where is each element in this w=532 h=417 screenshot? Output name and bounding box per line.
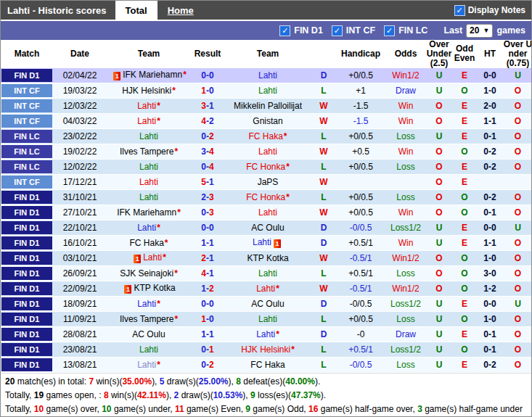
handicap-value: +0.5/1 bbox=[348, 268, 373, 278]
team-link[interactable]: AC Oulu bbox=[251, 299, 284, 309]
team-link[interactable]: Lahti bbox=[137, 101, 156, 111]
team-link[interactable]: Lahti bbox=[139, 344, 158, 355]
team-link[interactable]: Lahti bbox=[253, 237, 271, 247]
team-link[interactable]: Ilves Tampere bbox=[120, 314, 173, 324]
over-under-075-mark: O bbox=[515, 329, 521, 339]
over-under-075-mark: U bbox=[515, 223, 521, 233]
ht-score: 2-0 bbox=[483, 101, 496, 111]
team-link[interactable]: Lahti bbox=[258, 268, 277, 278]
team-link[interactable]: FC Haka bbox=[129, 238, 163, 248]
team-link[interactable]: Lahti bbox=[137, 223, 156, 233]
team-link[interactable]: Gnistan bbox=[253, 116, 282, 126]
summary-segment: 16 bbox=[308, 404, 318, 414]
team-link[interactable]: IFK Mariehamn bbox=[123, 70, 182, 80]
team-link[interactable]: JaPS bbox=[258, 177, 279, 187]
team-link[interactable]: Lahti bbox=[258, 207, 277, 218]
score-cell: 1-1 bbox=[191, 235, 224, 250]
home-score: 0 bbox=[201, 360, 206, 370]
summary-segment: 10 bbox=[102, 404, 111, 414]
table-row: INT CF 04/03/22 Lahti* 4-2 Gnistan W -1.… bbox=[1, 113, 532, 128]
team-link[interactable]: Ilves Tampere bbox=[120, 146, 173, 157]
summary-segment: win(s)( bbox=[94, 376, 122, 387]
tab-home[interactable]: Home bbox=[157, 1, 204, 20]
int-cf-checkbox[interactable]: ✓ bbox=[332, 25, 343, 36]
team-link[interactable]: AC Oulu bbox=[132, 329, 165, 339]
team-link[interactable]: Lahti bbox=[256, 284, 275, 294]
display-notes-checkbox[interactable]: ✓ bbox=[454, 5, 465, 16]
handicap-value: -1.5 bbox=[353, 116, 369, 126]
summary-segment: game(s) Odd, bbox=[250, 404, 308, 414]
fin-d1-checkbox[interactable]: ✓ bbox=[279, 25, 290, 36]
odd-even-cell: E bbox=[452, 357, 477, 372]
ht-score: 1-2 bbox=[483, 284, 496, 294]
team-link[interactable]: FC Haka bbox=[248, 131, 282, 141]
result-letter-cell: L bbox=[311, 357, 336, 372]
away-team-cell: Lahti bbox=[224, 83, 311, 98]
team-link[interactable]: Lahti bbox=[143, 252, 162, 263]
team-link[interactable]: Lahti bbox=[256, 329, 275, 339]
team-link[interactable]: Lahti bbox=[258, 70, 277, 80]
team-link[interactable]: SJK Seinajoki bbox=[120, 268, 173, 278]
team-link[interactable]: FC Honka bbox=[246, 192, 285, 202]
date-label: 19/03/22 bbox=[63, 86, 97, 96]
home-marker-asterisk: * bbox=[286, 162, 290, 172]
summary-segment: draw(s)( bbox=[179, 390, 213, 400]
team-link[interactable]: AC Oulu bbox=[251, 223, 284, 233]
odds-cell: Loss bbox=[385, 311, 426, 326]
team-link[interactable]: Lahti bbox=[258, 314, 277, 324]
odd-even-mark: O bbox=[461, 146, 467, 157]
team-link[interactable]: KTP Kotka bbox=[247, 253, 288, 263]
league-label: FIN D1 bbox=[1, 297, 52, 310]
result-letter-cell: W bbox=[311, 144, 336, 159]
team-link[interactable]: HJK Helsinki bbox=[241, 344, 290, 355]
team-link[interactable]: FC Haka bbox=[250, 360, 285, 370]
team-link[interactable]: KTP Kotka bbox=[134, 283, 175, 293]
home-team-cell: Lahti bbox=[107, 342, 191, 357]
result-letter-cell: L bbox=[311, 189, 336, 205]
team-link[interactable]: Lahti bbox=[139, 131, 158, 141]
team-link[interactable]: Lahti bbox=[137, 360, 156, 370]
result-letter-cell: D bbox=[311, 220, 336, 235]
over-under-075-cell: O bbox=[503, 113, 532, 128]
odd-even-cell: E bbox=[452, 159, 477, 174]
team-link[interactable]: Lahti bbox=[139, 162, 158, 172]
home-team-cell: 1Lahti* bbox=[107, 250, 191, 265]
team-link[interactable]: FC Honka bbox=[246, 162, 285, 172]
summary-segment: ). bbox=[321, 390, 326, 400]
display-notes-toggle[interactable]: ✓ Display Notes bbox=[454, 1, 531, 20]
team-link[interactable]: Lahti bbox=[258, 146, 277, 157]
odds-result: Win bbox=[398, 101, 414, 111]
fin-lc-checkbox[interactable]: ✓ bbox=[384, 25, 395, 36]
team-link[interactable]: Lahti bbox=[139, 192, 158, 202]
over-under-25-mark: U bbox=[436, 344, 443, 355]
team-link[interactable]: Lahti bbox=[137, 299, 156, 309]
result-letter: L bbox=[321, 268, 326, 278]
team-link[interactable]: Lahti bbox=[137, 116, 156, 126]
team-link[interactable]: HJK Helsinki bbox=[122, 86, 171, 96]
home-score: 0 bbox=[201, 70, 206, 80]
over-under-075-cell: U bbox=[503, 220, 532, 235]
summary-segment: 8 bbox=[236, 376, 241, 387]
over-under-25-cell: U bbox=[426, 311, 452, 326]
last-games-select[interactable]: 20 ▼ bbox=[466, 24, 493, 38]
odd-even-cell: E bbox=[452, 326, 477, 342]
league-badge: FIN D1 bbox=[1, 357, 53, 372]
header-ht: HT bbox=[477, 40, 503, 68]
tab-total[interactable]: Total bbox=[115, 1, 157, 20]
ht-score-cell bbox=[477, 174, 503, 189]
odds-result: Loss bbox=[396, 268, 414, 278]
odds-result: Loss bbox=[396, 360, 414, 370]
summary-segment: game(s) over, bbox=[44, 404, 102, 414]
team-link[interactable]: IFK Mariehamn bbox=[117, 207, 176, 218]
red-card-icon: 1 bbox=[124, 285, 131, 294]
team-link[interactable]: Lahti bbox=[258, 86, 277, 96]
league-badge: FIN D1 bbox=[1, 311, 53, 326]
score-cell: 3-1 bbox=[191, 98, 224, 113]
team-link[interactable]: Mikkelin Palloilijat bbox=[234, 101, 302, 111]
home-team-cell: Lahti bbox=[107, 189, 191, 205]
team-link[interactable]: Lahti bbox=[139, 177, 158, 187]
ht-score-cell: 1-1 bbox=[477, 235, 503, 250]
handicap-cell: -0/0.5 bbox=[336, 220, 385, 235]
over-under-075-mark: O bbox=[515, 192, 521, 202]
league-label: INT CF bbox=[1, 99, 52, 112]
